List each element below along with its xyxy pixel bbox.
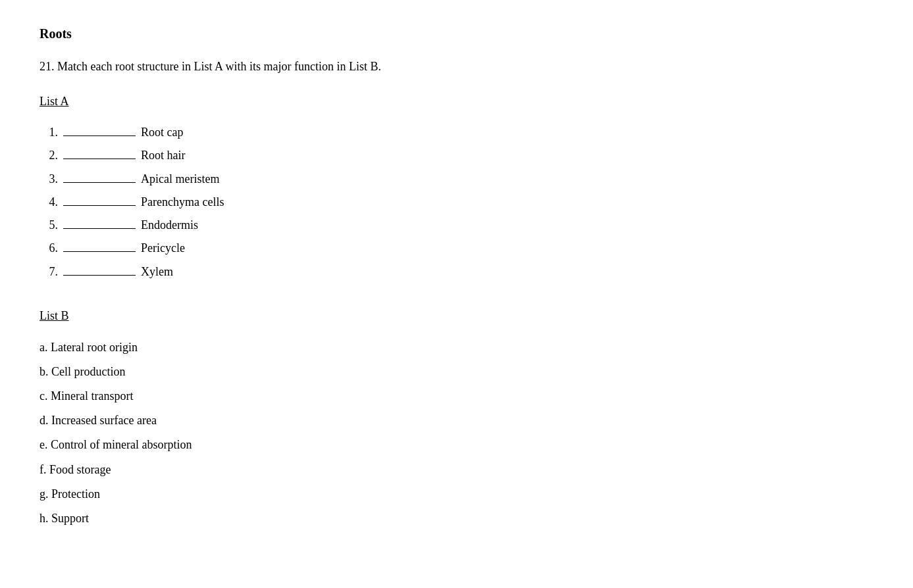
item-blank[interactable] (63, 228, 136, 229)
item-number: 3. (39, 168, 58, 190)
item-label: Endodermis (141, 214, 198, 236)
item-number: 5. (39, 214, 58, 236)
list-item: 1. Root cap (39, 122, 874, 143)
item-number: 7. (39, 261, 58, 283)
list-item: 6. Pericycle (39, 237, 874, 259)
list-b: a. Lateral root origin b. Cell productio… (39, 336, 874, 530)
item-label: Apical meristem (141, 168, 219, 190)
item-label: Parenchyma cells (141, 191, 224, 213)
list-a-heading: List A (39, 95, 874, 109)
list-item: 5. Endodermis (39, 214, 874, 236)
list-item: h. Support (39, 507, 874, 530)
item-blank[interactable] (63, 275, 136, 276)
item-number: 1. (39, 122, 58, 143)
list-item: f. Food storage (39, 458, 874, 481)
list-item: g. Protection (39, 483, 874, 506)
list-item: d. Increased surface area (39, 409, 874, 432)
list-item: 7. Xylem (39, 261, 874, 283)
list-item: 4. Parenchyma cells (39, 191, 874, 213)
item-number: 4. (39, 191, 58, 213)
page-title: Roots (39, 26, 874, 41)
item-label: Xylem (141, 261, 173, 283)
item-blank[interactable] (63, 135, 136, 136)
item-blank[interactable] (63, 205, 136, 206)
list-item: a. Lateral root origin (39, 336, 874, 359)
item-number: 2. (39, 145, 58, 166)
list-item: b. Cell production (39, 360, 874, 383)
item-blank[interactable] (63, 159, 136, 159)
item-label: Pericycle (141, 237, 185, 259)
list-a: 1. Root cap 2. Root hair 3. Apical meris… (39, 122, 874, 283)
item-label: Root cap (141, 122, 184, 143)
item-blank[interactable] (63, 251, 136, 252)
list-item: e. Control of mineral absorption (39, 433, 874, 456)
item-blank[interactable] (63, 182, 136, 183)
list-item: c. Mineral transport (39, 385, 874, 408)
question-text: 21. Match each root structure in List A … (39, 60, 874, 74)
item-label: Root hair (141, 145, 186, 166)
list-item: 3. Apical meristem (39, 168, 874, 190)
list-item: 2. Root hair (39, 145, 874, 166)
item-number: 6. (39, 237, 58, 259)
list-b-heading: List B (39, 309, 874, 323)
